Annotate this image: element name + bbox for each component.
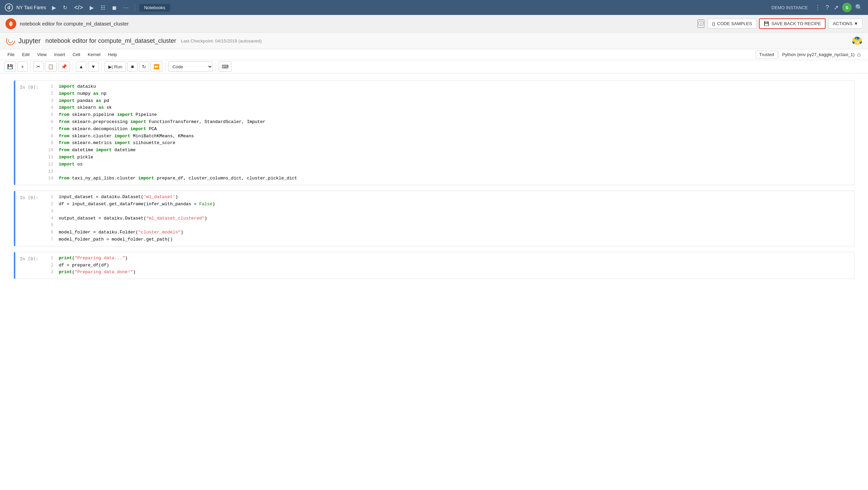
jupyter-header: Jupyter notebook editor for compute_ml_d… <box>0 33 868 49</box>
help-circle-icon[interactable]: ⓘ <box>698 19 704 28</box>
code-line: 5from sklearn.pipeline import Pipeline <box>47 111 850 119</box>
line-code: df = prepare_df(df) <box>59 262 850 269</box>
svg-text:d: d <box>7 5 11 10</box>
code-icon[interactable]: </> <box>72 3 85 13</box>
table-icon[interactable]: ☷ <box>98 3 107 12</box>
breadcrumb-arrow-icon[interactable]: ▶ <box>50 3 58 12</box>
line-code: from sklearn.pipeline import Pipeline <box>59 111 850 119</box>
play-icon[interactable]: ▶ <box>88 3 96 12</box>
nav-right-icons: ⋮ ? ➚ S 🔍 <box>813 2 864 13</box>
line-code: import dataiku <box>59 83 850 90</box>
python-logo-icon <box>852 35 863 46</box>
line-code: print("Preparing data done!") <box>59 269 850 276</box>
jupyter-wordmark: Jupyter <box>18 37 41 45</box>
line-code: model_folder = dataiku.Folder("cluster_m… <box>59 229 850 236</box>
menu-kernel[interactable]: Kernel <box>84 51 104 58</box>
cell-2[interactable]: In [0]:1print("Preparing data...")2df = … <box>14 252 854 279</box>
restart-run-button[interactable]: ⏩ <box>150 62 162 72</box>
cell-code[interactable]: 1input_dataset = dataiku.Dataset('ml_dat… <box>42 191 854 246</box>
top-nav: d NY Taxi Fares ▶ ↻ </> ▶ ☷ ◼ ⋯ Notebook… <box>0 0 868 15</box>
add-cell-button[interactable]: + <box>17 62 28 72</box>
line-code: from sklearn.metrics import silhouette_s… <box>59 140 850 147</box>
code-samples-button[interactable]: {} CODE SAMPLES <box>708 19 756 29</box>
code-line: 3print("Preparing data done!") <box>47 269 850 276</box>
cell-1[interactable]: In [0]:1input_dataset = dataiku.Dataset(… <box>14 191 854 246</box>
search-icon[interactable]: 🔍 <box>854 2 864 13</box>
keyboard-shortcut-button[interactable]: ⌨ <box>219 62 232 72</box>
cell-code[interactable]: 1print("Preparing data...")2df = prepare… <box>42 252 854 279</box>
move-down-button[interactable]: ▼ <box>88 62 99 72</box>
refresh-icon[interactable]: ↻ <box>61 3 69 12</box>
jupyter-notebook-title: notebook editor for compute_ml_dataset_c… <box>46 37 176 45</box>
more-icon[interactable]: ⋯ <box>121 3 131 12</box>
line-code <box>59 208 850 215</box>
toolbar-separator-1 <box>30 63 31 71</box>
jupyter-toolbar: 💾 + ✂ 📋 📌 ▲ ▼ ▶| Run ■ ↻ ⏩ Code Markdown… <box>0 60 868 73</box>
move-up-button[interactable]: ▲ <box>76 62 87 72</box>
line-number: 2 <box>47 262 53 269</box>
line-number: 12 <box>47 161 53 168</box>
help-icon[interactable]: ? <box>824 3 830 13</box>
cell-type-select[interactable]: Code Markdown Raw NBConvert <box>168 62 213 72</box>
notebooks-tab[interactable]: Notebooks <box>139 4 170 12</box>
line-number: 13 <box>47 168 53 175</box>
jupyter-checkpoint: Last Checkpoint: 04/15/2019 (autosaved) <box>181 38 262 43</box>
chart-icon[interactable]: ◼ <box>110 3 119 12</box>
code-line: 1input_dataset = dataiku.Dataset('ml_dat… <box>47 194 850 201</box>
menu-help[interactable]: Help <box>105 51 121 58</box>
code-line: 2import numpy as np <box>47 90 850 98</box>
menu-file[interactable]: File <box>4 51 18 58</box>
code-line: 4output_dataset = dataiku.Dataset("ml_da… <box>47 215 850 222</box>
line-number: 8 <box>47 133 53 140</box>
toolbar-separator-3 <box>102 63 102 71</box>
line-number: 5 <box>47 111 53 119</box>
line-code: import pandas as pd <box>59 98 850 105</box>
stop-button[interactable]: ■ <box>127 62 138 72</box>
save-button[interactable]: 💾 <box>4 62 16 72</box>
actions-button[interactable]: ACTIONS ▼ <box>828 19 863 29</box>
code-line: 11import pickle <box>47 154 850 161</box>
copy-cell-button[interactable]: 📋 <box>45 62 57 72</box>
notebook-editor-title: notebook editor for compute_ml_dataset_c… <box>20 21 694 27</box>
line-number: 3 <box>47 269 53 276</box>
line-code: from sklearn.cluster import MiniBatchKMe… <box>59 133 850 140</box>
grid-icon[interactable]: ⋮ <box>813 2 822 13</box>
demo-instance-button[interactable]: DEMO INSTANCE <box>769 4 811 12</box>
analytics-icon[interactable]: ➚ <box>832 2 840 13</box>
jupyter-logo: Jupyter <box>5 36 41 46</box>
menu-insert[interactable]: Insert <box>51 51 69 58</box>
toolbar-separator-2 <box>73 63 73 71</box>
line-code: df = input_dataset.get_dataframe(infer_w… <box>59 201 850 208</box>
svg-point-2 <box>6 37 15 45</box>
line-number: 9 <box>47 140 53 147</box>
paste-cell-button[interactable]: 📌 <box>58 62 70 72</box>
project-name: NY Taxi Fares <box>16 5 46 10</box>
save-back-to-recipe-button[interactable]: 💾 SAVE BACK TO RECIPE <box>759 18 826 29</box>
menu-cell[interactable]: Cell <box>69 51 84 58</box>
cut-cell-button[interactable]: ✂ <box>33 62 43 72</box>
run-button[interactable]: ▶| Run <box>105 62 126 72</box>
kernel-status-circle <box>857 53 861 57</box>
line-code: print("Preparing data...") <box>59 255 850 262</box>
code-line: 4import sklearn as sk <box>47 104 850 111</box>
cell-0[interactable]: In [0]:1import dataiku2import numpy as n… <box>14 80 854 185</box>
cell-code[interactable]: 1import dataiku2import numpy as np3impor… <box>42 81 854 185</box>
line-number: 7 <box>47 236 53 243</box>
line-number: 7 <box>47 126 53 133</box>
line-number: 3 <box>47 98 53 105</box>
line-number: 6 <box>47 229 53 236</box>
user-avatar[interactable]: S <box>842 3 852 12</box>
menu-edit[interactable]: Edit <box>19 51 33 58</box>
line-code: input_dataset = dataiku.Dataset('ml_data… <box>59 194 850 201</box>
menu-view[interactable]: View <box>34 51 50 58</box>
restart-button[interactable]: ↻ <box>139 62 149 72</box>
line-code <box>59 168 850 175</box>
jupyter-container: Jupyter notebook editor for compute_ml_d… <box>0 33 868 490</box>
code-line: 6model_folder = dataiku.Folder("cluster_… <box>47 229 850 236</box>
line-code <box>59 222 850 229</box>
code-line: 2df = input_dataset.get_dataframe(infer_… <box>47 201 850 208</box>
line-number: 1 <box>47 255 53 262</box>
line-code: import numpy as np <box>59 90 850 98</box>
line-code: from datetime import datetime <box>59 147 850 154</box>
line-number: 4 <box>47 104 53 111</box>
